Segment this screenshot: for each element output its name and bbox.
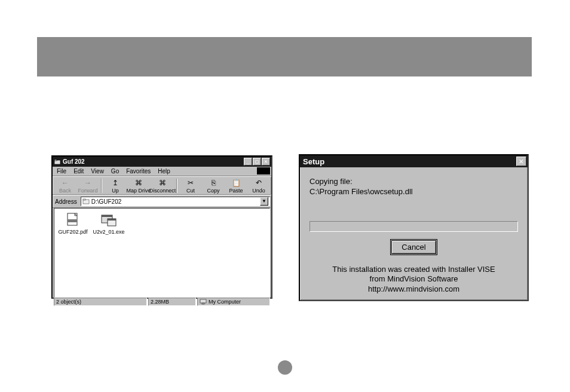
setup-title: Setup bbox=[301, 157, 516, 166]
setup-titlebar[interactable]: Setup ✕ bbox=[300, 155, 528, 167]
toolbar-separator bbox=[176, 179, 177, 193]
toolbar-separator bbox=[101, 179, 102, 193]
copying-path: C:\Program Files\owcsetup.dll bbox=[309, 187, 518, 196]
copy-icon: ⎘ bbox=[208, 178, 219, 188]
status-location: My Computer bbox=[197, 298, 270, 306]
back-button: ←Back bbox=[54, 178, 76, 194]
address-text: D:\GUF202 bbox=[91, 198, 122, 205]
pdf-file-icon[interactable]: GUF202.pdf bbox=[58, 212, 88, 235]
status-size: 2.28MB bbox=[148, 298, 196, 306]
undo-icon: ↶ bbox=[253, 178, 264, 188]
address-input[interactable]: D:\GUF202 ▼ bbox=[81, 197, 270, 206]
undo-button-label: Undo bbox=[252, 188, 265, 194]
menu-view[interactable]: View bbox=[88, 167, 107, 175]
credits-line-1: This installation was created with Insta… bbox=[309, 265, 518, 274]
menu-edit[interactable]: Edit bbox=[71, 167, 87, 175]
undo-button[interactable]: ↶Undo bbox=[247, 178, 270, 194]
up-button[interactable]: ↥Up bbox=[104, 178, 127, 194]
cut-button[interactable]: ✂Cut bbox=[179, 178, 202, 194]
map-drive-button-label: Map Drive bbox=[127, 188, 151, 194]
address-dropdown-button[interactable]: ▼ bbox=[260, 197, 268, 206]
cut-button-label: Cut bbox=[186, 188, 195, 194]
svg-rect-7 bbox=[102, 215, 112, 217]
explorer-app-icon bbox=[54, 158, 61, 166]
paste-button[interactable]: 📋Paste bbox=[225, 178, 247, 194]
pdf-file-icon-glyph bbox=[64, 212, 82, 228]
menu-file[interactable]: File bbox=[54, 167, 69, 175]
copying-label: Copying file: bbox=[309, 177, 518, 186]
credits-line-3: http://www.mindvision.com bbox=[309, 284, 518, 294]
status-objects: 2 object(s) bbox=[54, 298, 147, 306]
status-location-text: My Computer bbox=[209, 298, 241, 305]
installer-credits: This installation was created with Insta… bbox=[309, 265, 518, 294]
address-label: Address bbox=[54, 198, 78, 205]
menu-help[interactable]: Help bbox=[155, 167, 173, 175]
exe-file-icon[interactable]: U2v2_01.exe bbox=[94, 212, 124, 235]
setup-close-button[interactable]: ✕ bbox=[516, 157, 526, 166]
back-icon: ← bbox=[60, 178, 71, 188]
back-button-label: Back bbox=[59, 188, 71, 194]
file-pane[interactable]: GUF202.pdfU2v2_01.exe bbox=[54, 208, 270, 298]
map-drive-button[interactable]: ⌘Map Drive bbox=[127, 178, 151, 194]
folder-icon bbox=[82, 198, 90, 205]
exe-file-icon-glyph bbox=[100, 212, 118, 228]
disconnect-button-label: Disconnect bbox=[149, 188, 176, 194]
toolbar: ←Back→Forward↥Up⌘Map Drive⌘Disconnect✂Cu… bbox=[53, 176, 271, 195]
cancel-button[interactable]: Cancel bbox=[391, 240, 436, 254]
maximize-button[interactable]: ▢ bbox=[253, 158, 261, 166]
forward-icon: → bbox=[82, 178, 93, 188]
my-computer-icon bbox=[200, 298, 207, 305]
paste-button-label: Paste bbox=[229, 188, 243, 194]
copy-button-label: Copy bbox=[207, 188, 219, 194]
page-header-bar bbox=[37, 37, 532, 76]
forward-button-label: Forward bbox=[78, 188, 97, 194]
throbber-icon bbox=[257, 167, 270, 174]
up-button-label: Up bbox=[112, 188, 119, 194]
disconnect-icon: ⌘ bbox=[157, 178, 168, 188]
status-bar: 2 object(s) 2.28MB My Computer bbox=[53, 298, 271, 307]
svg-rect-11 bbox=[202, 303, 204, 304]
setup-dialog: Setup ✕ Copying file: C:\Program Files\o… bbox=[299, 154, 529, 301]
svg-rect-1 bbox=[54, 160, 57, 161]
up-icon: ↥ bbox=[110, 178, 121, 188]
svg-rect-3 bbox=[83, 199, 85, 200]
svg-rect-9 bbox=[108, 219, 116, 220]
copy-button[interactable]: ⎘Copy bbox=[202, 178, 225, 194]
paste-icon: 📋 bbox=[231, 178, 241, 188]
progress-bar bbox=[309, 221, 518, 232]
close-button[interactable]: ✕ bbox=[262, 158, 270, 166]
minimize-button[interactable]: _ bbox=[244, 158, 252, 166]
menu-favorites[interactable]: Favorites bbox=[123, 167, 154, 175]
cut-icon: ✂ bbox=[185, 178, 196, 188]
map-drive-icon: ⌘ bbox=[133, 178, 144, 188]
address-bar: Address D:\GUF202 ▼ bbox=[53, 195, 271, 208]
svg-rect-5 bbox=[68, 219, 77, 222]
svg-rect-10 bbox=[200, 299, 206, 303]
explorer-titlebar[interactable]: Guf 202 _ ▢ ✕ bbox=[53, 157, 271, 167]
menu-go[interactable]: Go bbox=[108, 167, 122, 175]
menu-bar: File Edit View Go Favorites Help bbox=[53, 167, 271, 176]
credits-line-2: from MindVision Software bbox=[309, 274, 518, 284]
forward-button: →Forward bbox=[76, 178, 99, 194]
page-number-dot bbox=[278, 360, 292, 375]
explorer-title: Guf 202 bbox=[63, 158, 243, 165]
pdf-file-icon-label: GUF202.pdf bbox=[58, 229, 87, 235]
disconnect-button[interactable]: ⌘Disconnect bbox=[151, 178, 174, 194]
explorer-window: Guf 202 _ ▢ ✕ File Edit View Go Favorite… bbox=[51, 155, 272, 299]
exe-file-icon-label: U2v2_01.exe bbox=[93, 229, 124, 235]
